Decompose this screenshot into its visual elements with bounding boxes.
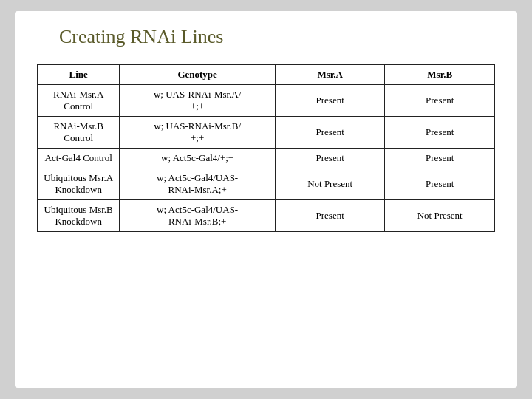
cell-line: RNAi-Msr.A Control	[38, 85, 120, 117]
header-genotype: Genotype	[120, 65, 275, 85]
table-container: Line Genotype Msr.A Msr.B RNAi-Msr.A Con…	[37, 64, 495, 373]
cell-msra: Present	[275, 200, 385, 232]
slide: Creating RNAi Lines Line Genotype Msr.A …	[15, 11, 517, 388]
table-row: RNAi-Msr.B Controlw; UAS-RNAi-Msr.B/+;+P…	[38, 117, 495, 149]
header-msra: Msr.A	[275, 65, 385, 85]
cell-msrb: Present	[385, 85, 495, 117]
cell-line: Ubiquitous Msr.AKnockdown	[38, 168, 120, 200]
slide-title: Creating RNAi Lines	[37, 26, 223, 48]
cell-genotype: w; Act5c-Gal4/+;+	[120, 149, 275, 168]
cell-msrb: Present	[385, 149, 495, 168]
cell-line: RNAi-Msr.B Control	[38, 117, 120, 149]
header-msrb: Msr.B	[385, 65, 495, 85]
cell-msra: Present	[275, 117, 385, 149]
data-table: Line Genotype Msr.A Msr.B RNAi-Msr.A Con…	[37, 64, 495, 232]
table-row: Ubiquitous Msr.AKnockdownw; Act5c-Gal4/U…	[38, 168, 495, 200]
cell-genotype: w; Act5c-Gal4/UAS-RNAi-Msr.B;+	[120, 200, 275, 232]
cell-msrb: Present	[385, 168, 495, 200]
cell-genotype: w; UAS-RNAi-Msr.A/+;+	[120, 85, 275, 117]
table-row: Ubiquitous Msr.BKnockdownw; Act5c-Gal4/U…	[38, 200, 495, 232]
cell-msra: Not Present	[275, 168, 385, 200]
cell-msrb: Not Present	[385, 200, 495, 232]
table-header-row: Line Genotype Msr.A Msr.B	[38, 65, 495, 85]
cell-genotype: w; Act5c-Gal4/UAS-RNAi-Msr.A;+	[120, 168, 275, 200]
table-row: RNAi-Msr.A Controlw; UAS-RNAi-Msr.A/+;+P…	[38, 85, 495, 117]
cell-genotype: w; UAS-RNAi-Msr.B/+;+	[120, 117, 275, 149]
cell-msrb: Present	[385, 117, 495, 149]
cell-msra: Present	[275, 149, 385, 168]
cell-line: Act-Gal4 Control	[38, 149, 120, 168]
cell-msra: Present	[275, 85, 385, 117]
header-line: Line	[38, 65, 120, 85]
table-row: Act-Gal4 Controlw; Act5c-Gal4/+;+Present…	[38, 149, 495, 168]
cell-line: Ubiquitous Msr.BKnockdown	[38, 200, 120, 232]
